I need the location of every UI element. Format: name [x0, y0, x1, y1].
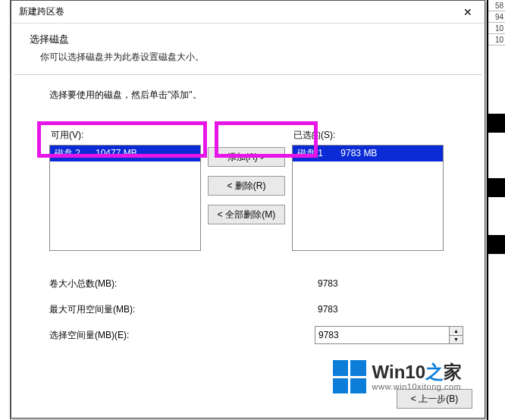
selected-disks-listbox[interactable]: 磁盘 1 9783 MB — [292, 145, 444, 251]
disk-selection-area: 可用(V): 磁盘 2 10477 MB 添加(A) > < 删除(R) < 全… — [49, 129, 463, 251]
max-space-label: 最大可用空间量(MB): — [49, 303, 315, 316]
size-form: 卷大小总数(MB): 9783 最大可用空间量(MB): 9783 选择空间量(… — [49, 271, 463, 348]
close-icon: ✕ — [463, 6, 472, 18]
wizard-footer: < 上一步(B) — [397, 389, 472, 409]
selected-label: 已选的(S): — [292, 129, 444, 142]
spin-up-button[interactable]: ▲ — [450, 327, 463, 336]
add-button[interactable]: 添加(A) > — [208, 147, 285, 167]
select-space-input[interactable] — [315, 327, 449, 343]
bg-num: 58 — [488, 0, 505, 11]
bg-num: 10 — [488, 23, 505, 34]
select-space-spinner: ▲ ▼ — [315, 326, 463, 344]
total-size-label: 卷大小总数(MB): — [49, 277, 315, 290]
spin-down-button[interactable]: ▼ — [450, 336, 463, 344]
select-space-label: 选择空间量(MB)(E): — [49, 329, 315, 342]
available-label: 可用(V): — [49, 129, 201, 142]
remove-button[interactable]: < 删除(R) — [208, 176, 285, 196]
back-button[interactable]: < 上一步(B) — [397, 389, 472, 409]
total-size-value: 9783 — [315, 278, 463, 289]
page-subtitle: 你可以选择磁盘并为此卷设置磁盘大小。 — [30, 51, 466, 64]
bg-stripe — [488, 178, 505, 197]
bg-num: 10 — [488, 34, 505, 45]
bg-stripe — [488, 235, 505, 254]
wizard-header: 选择磁盘 你可以选择磁盘并为此卷设置磁盘大小。 — [11, 24, 485, 74]
watermark-brand: Win10之家 — [372, 362, 462, 382]
titlebar: 新建跨区卷 ✕ — [11, 1, 485, 24]
close-button[interactable]: ✕ — [451, 1, 485, 24]
list-item[interactable]: 磁盘 1 9783 MB — [293, 146, 443, 161]
window-title: 新建跨区卷 — [19, 5, 451, 18]
remove-all-button[interactable]: < 全部删除(M) — [208, 205, 285, 224]
bg-num: 94 — [488, 11, 505, 23]
wizard-body: 选择要使用的磁盘，然后单击"添加"。 可用(V): 磁盘 2 10477 MB … — [11, 75, 485, 354]
instruction-text: 选择要使用的磁盘，然后单击"添加"。 — [49, 89, 463, 102]
max-space-value: 9783 — [315, 304, 463, 315]
available-disks-listbox[interactable]: 磁盘 2 10477 MB — [49, 145, 201, 251]
wizard-dialog: 新建跨区卷 ✕ 选择磁盘 你可以选择磁盘并为此卷设置磁盘大小。 选择要使用的磁盘… — [11, 0, 485, 418]
page-title: 选择磁盘 — [30, 33, 466, 46]
bg-stripe — [488, 114, 505, 133]
windows-logo-icon — [333, 360, 366, 393]
list-item[interactable]: 磁盘 2 10477 MB — [50, 146, 200, 161]
